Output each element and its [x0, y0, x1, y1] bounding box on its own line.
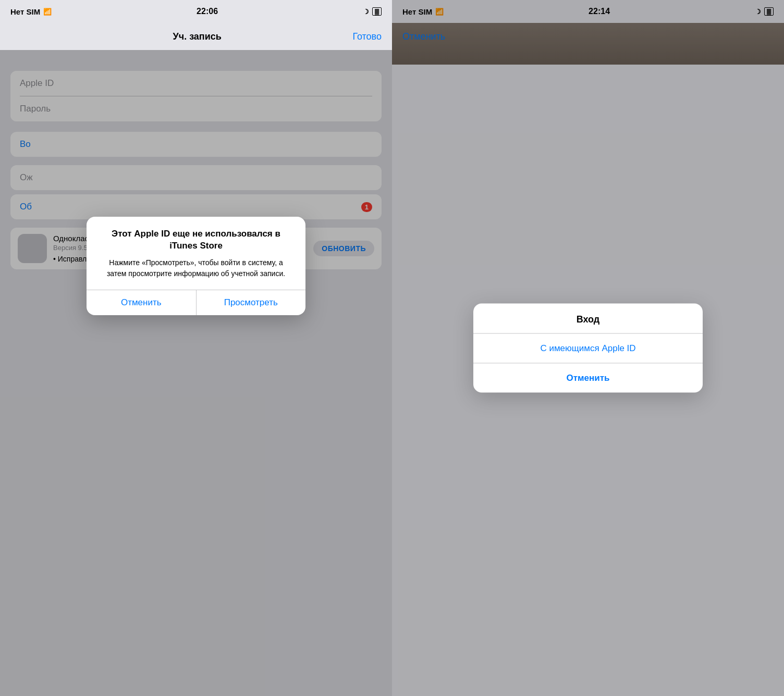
alert-cancel-button[interactable]: Отменить: [87, 290, 196, 315]
left-status-bar: Нет SIM 📶 22:06 ☽ ▓: [0, 0, 392, 23]
left-done-button[interactable]: Готово: [352, 31, 382, 42]
left-phone-panel: Нет SIM 📶 22:06 ☽ ▓ Уч. запись Готово Ap…: [0, 0, 392, 696]
left-time: 22:06: [197, 7, 218, 16]
alert-review-button[interactable]: Просмотреть: [197, 290, 306, 315]
left-carrier: Нет SIM: [10, 7, 40, 16]
left-wifi-icon: 📶: [43, 8, 52, 16]
left-nav-bar: Уч. запись Готово: [0, 23, 392, 50]
alert-title: Этот Apple ID еще не использовался в iTu…: [99, 228, 293, 252]
alert-message: Нажмите «Просмотреть», чтобы войти в сис…: [99, 257, 293, 279]
right-phone-panel: Нет SIM 📶 22:14 ☽ ▓ Отменить Вход С имею…: [392, 0, 784, 696]
action-sheet-title: Вход: [473, 304, 703, 333]
left-moon-icon: ☽: [363, 8, 369, 16]
existing-apple-id-button[interactable]: С имеющимся Apple ID: [473, 334, 703, 363]
left-status-left: Нет SIM 📶: [10, 7, 52, 16]
action-sheet-cancel-button[interactable]: Отменить: [473, 364, 703, 393]
left-dim-overlay: [0, 50, 392, 696]
apple-id-alert-dialog: Этот Apple ID еще не использовался в iTu…: [87, 217, 305, 315]
left-battery-icon: ▓: [372, 7, 382, 16]
alert-body: Этот Apple ID еще не использовался в iTu…: [87, 217, 305, 290]
alert-buttons-row: Отменить Просмотреть: [87, 290, 305, 315]
left-status-right: ☽ ▓: [363, 7, 382, 16]
left-content-area: Apple ID Пароль Во Ож Об 1 Одноклассники…: [0, 50, 392, 696]
sign-in-action-sheet: Вход С имеющимся Apple ID Отменить: [473, 304, 703, 393]
left-nav-title: Уч. запись: [173, 31, 222, 42]
